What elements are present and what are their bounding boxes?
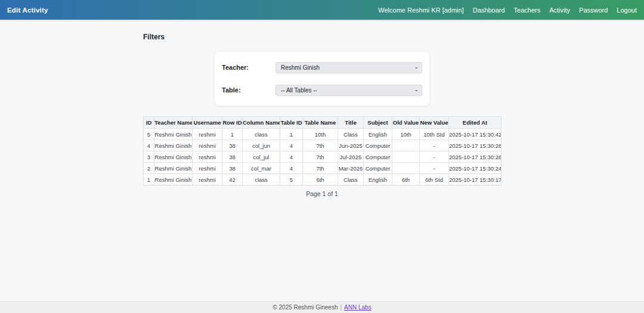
table-cell: reshmi — [193, 140, 222, 151]
table-cell: Reshmi Ginish — [154, 163, 193, 174]
nav-link-activity[interactable]: Activity — [549, 7, 570, 14]
table-cell: 2025-10-17 15:30:28 — [449, 140, 501, 151]
activity-table: IDTeacher NameUsernameRow IDColumn NameT… — [143, 116, 501, 185]
table-cell: class — [243, 129, 280, 140]
page-title: Edit Activity — [7, 7, 48, 14]
table-cell: 7th — [303, 140, 338, 151]
table-cell: col_jul — [243, 151, 280, 163]
table-cell: 4 — [280, 151, 303, 163]
table-filter-row: Table: -- All Tables -- ⌄ — [222, 84, 422, 96]
navbar: Edit Activity Welcome Reshmi KR [admin] … — [0, 0, 644, 20]
table-cell: 7th — [303, 151, 338, 163]
table-cell: reshmi — [193, 151, 222, 163]
nav-link-dashboard[interactable]: Dashboard — [473, 7, 505, 14]
table-cell: col_mar — [243, 163, 280, 174]
table-cell: 3 — [144, 151, 154, 163]
column-header: ID — [144, 117, 154, 129]
table-cell — [392, 151, 420, 163]
column-header: Username — [193, 117, 222, 129]
table-cell: Computer — [364, 151, 392, 163]
column-header: Teacher Name — [154, 117, 193, 129]
footer: © 2025 Reshmi Gineesh | ANN Labs — [0, 301, 644, 313]
table-cell: 5 — [280, 174, 303, 185]
nav-link-password[interactable]: Password — [579, 7, 608, 14]
table-cell: Computer — [364, 140, 392, 151]
table-cell: Reshmi Ginish — [154, 140, 193, 151]
table-cell — [392, 163, 420, 174]
table-cell: - — [420, 163, 449, 174]
column-header: Edited At — [449, 117, 501, 129]
main-content: Filters Teacher: Reshmi Ginish ⌄ Table: … — [143, 20, 501, 301]
table-cell: 10th — [303, 129, 338, 140]
column-header: Title — [338, 117, 364, 129]
table-cell: 5 — [144, 129, 154, 140]
table-cell: Reshmi Ginish — [154, 174, 193, 185]
welcome-text: Welcome Reshmi KR [admin] — [378, 7, 463, 14]
table-select[interactable]: -- All Tables -- — [275, 85, 422, 96]
table-cell: Reshmi Ginish — [154, 151, 193, 163]
table-cell: 1 — [280, 129, 303, 140]
table-wrap: IDTeacher NameUsernameRow IDColumn NameT… — [143, 116, 501, 185]
teacher-select[interactable]: Reshmi Ginish — [275, 62, 422, 73]
table-cell: 10th — [392, 129, 420, 140]
table-cell: 2025-10-17 15:30:24 — [449, 163, 501, 174]
teacher-filter-row: Teacher: Reshmi Ginish ⌄ — [222, 61, 422, 73]
table-cell: col_jun — [243, 140, 280, 151]
table-cell: reshmi — [193, 129, 222, 140]
table-cell: Class — [338, 129, 364, 140]
pagination-text: Page 1 of 1 — [143, 190, 501, 197]
table-cell: 2 — [144, 163, 154, 174]
table-cell: English — [364, 129, 392, 140]
table-cell: 2025-10-17 15:30:26 — [449, 151, 501, 163]
column-header: Subject — [364, 117, 392, 129]
table-cell: Computer — [364, 163, 392, 174]
table-cell: Class — [338, 174, 364, 185]
column-header: Table Name — [303, 117, 338, 129]
table-label: Table: — [222, 86, 275, 94]
table-cell: 2025-10-17 15:30:17 — [449, 174, 501, 185]
table-cell: 38 — [222, 163, 243, 174]
table-cell: - — [420, 140, 449, 151]
table-cell: - — [420, 151, 449, 163]
table-header: IDTeacher NameUsernameRow IDColumn NameT… — [144, 117, 501, 129]
footer-separator: | — [340, 304, 342, 311]
table-cell: 1 — [144, 174, 154, 185]
table-cell: 42 — [222, 174, 243, 185]
table-cell: English — [364, 174, 392, 185]
filters-heading: Filters — [143, 33, 501, 41]
column-header: Old Value — [392, 117, 420, 129]
table-row: 5Reshmi Ginishreshmi1class110thClassEngl… — [144, 129, 501, 140]
table-cell: 38 — [222, 140, 243, 151]
table-cell: class — [243, 174, 280, 185]
copyright-text: © 2025 Reshmi Gineesh — [273, 304, 338, 311]
table-cell: reshmi — [193, 174, 222, 185]
table-row: 4Reshmi Ginishreshmi38col_jun47thJun-202… — [144, 140, 501, 151]
table-cell: 10th Std — [420, 129, 449, 140]
nav-link-logout[interactable]: Logout — [617, 7, 637, 14]
table-cell: 4 — [280, 163, 303, 174]
teacher-select-wrap: Reshmi Ginish ⌄ — [275, 61, 422, 73]
table-cell: 4 — [280, 140, 303, 151]
table-row: 2Reshmi Ginishreshmi38col_mar47thMar-202… — [144, 163, 501, 174]
header-row: IDTeacher NameUsernameRow IDColumn NameT… — [144, 117, 501, 129]
table-cell: 1 — [222, 129, 243, 140]
table-cell: 4 — [144, 140, 154, 151]
teacher-label: Teacher: — [222, 64, 275, 71]
table-cell: reshmi — [193, 163, 222, 174]
table-cell: Mar-2026 — [338, 163, 364, 174]
table-select-wrap: -- All Tables -- ⌄ — [275, 84, 422, 96]
column-header: New Value — [420, 117, 449, 129]
nav-menu: Welcome Reshmi KR [admin] DashboardTeach… — [378, 7, 637, 14]
table-cell: 2025-10-17 15:30:42 — [449, 129, 501, 140]
table-cell: 38 — [222, 151, 243, 163]
table-cell: 6th — [392, 174, 420, 185]
nav-link-teachers[interactable]: Teachers — [514, 7, 541, 14]
table-cell — [392, 140, 420, 151]
table-cell: Reshmi Ginish — [154, 129, 193, 140]
ann-labs-link[interactable]: ANN Labs — [344, 304, 371, 311]
table-row: 1Reshmi Ginishreshmi42class56thClassEngl… — [144, 174, 501, 185]
column-header: Row ID — [222, 117, 243, 129]
table-cell: Jul-2025 — [338, 151, 364, 163]
table-cell: 6th Std — [420, 174, 449, 185]
activity-table-body: 5Reshmi Ginishreshmi1class110thClassEngl… — [144, 129, 501, 185]
